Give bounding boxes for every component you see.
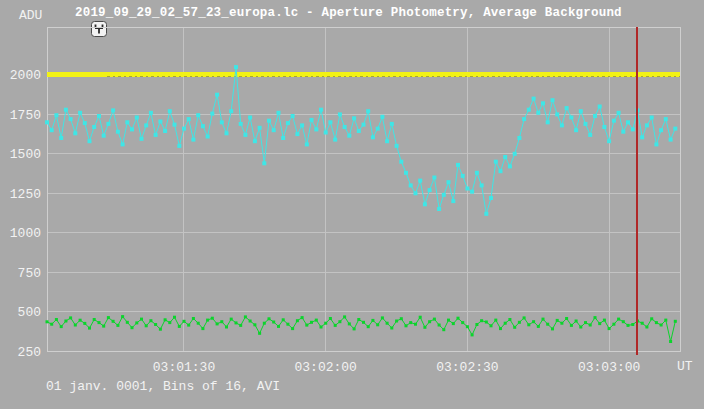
target-point [324, 131, 328, 135]
target-point [357, 129, 361, 133]
target-point [215, 93, 219, 97]
background-point [230, 318, 233, 321]
background-point [60, 325, 63, 328]
target-point [206, 135, 210, 139]
background-point [145, 324, 148, 327]
target-point [102, 134, 106, 138]
target-point [163, 129, 167, 133]
target-point [451, 199, 455, 203]
target-point [310, 118, 314, 122]
background-markers [46, 315, 677, 343]
target-point [177, 144, 181, 148]
background-point [485, 321, 488, 324]
background-point [112, 320, 115, 323]
background-point [438, 324, 441, 327]
target-point [54, 113, 58, 117]
target-point [50, 128, 54, 132]
target-point [612, 119, 616, 123]
target-point [220, 120, 224, 124]
background-point [542, 318, 545, 321]
background-point [400, 317, 403, 320]
background-point [532, 320, 535, 323]
target-point [659, 128, 663, 132]
background-point [102, 325, 105, 328]
background-point [192, 317, 195, 320]
target-point [291, 114, 295, 118]
background-point [409, 321, 412, 324]
target-point [196, 113, 200, 117]
background-point [371, 319, 374, 322]
background-point [64, 320, 67, 323]
target-point [371, 135, 375, 139]
target-point [314, 127, 318, 131]
background-point [235, 321, 238, 324]
target-point [286, 121, 290, 125]
target-point [432, 176, 436, 180]
target-point [305, 142, 309, 146]
background-point [258, 332, 261, 335]
target-point [489, 196, 493, 200]
background-point [164, 318, 167, 321]
background-point [504, 322, 507, 325]
background-point [121, 315, 124, 318]
y-tick-label: 250 [18, 345, 41, 360]
target-point [210, 112, 214, 116]
background-point [471, 333, 474, 336]
background-point [461, 321, 464, 324]
background-point [669, 340, 672, 343]
background-point [249, 320, 252, 323]
target-point [376, 127, 380, 131]
target-point [201, 124, 205, 128]
y-tick-label: 1500 [10, 147, 41, 162]
target-point [111, 108, 115, 112]
background-point [201, 327, 204, 330]
target-point [541, 101, 545, 105]
background-point [277, 325, 280, 328]
target-point [499, 169, 503, 173]
target-point [248, 116, 252, 120]
background-point [641, 322, 644, 325]
background-point [107, 316, 110, 319]
target-point [579, 109, 583, 113]
target-point [631, 127, 635, 131]
background-point [206, 319, 209, 322]
target-point [399, 160, 403, 164]
background-point [357, 318, 360, 321]
target-point [97, 114, 101, 118]
target-point [300, 123, 304, 127]
target-point [380, 115, 384, 119]
target-point [158, 120, 162, 124]
background-point [423, 326, 426, 329]
background-point [645, 326, 648, 329]
background-point [466, 325, 469, 328]
background-point [395, 320, 398, 323]
background-point [603, 319, 606, 322]
target-point [73, 131, 77, 135]
target-point [418, 179, 422, 183]
background-point [140, 318, 143, 321]
background-point [282, 318, 285, 321]
background-point [660, 324, 663, 327]
light-curve-chart[interactable]: 2505007501000125015001750200003:01:3003:… [0, 0, 704, 409]
background-point [419, 316, 422, 319]
target-point [121, 142, 125, 146]
background-point [575, 320, 578, 323]
footer-info: 01 janv. 0001, Bins of 16, AVI [46, 379, 280, 394]
target-point [461, 174, 465, 178]
target-point [607, 139, 611, 143]
background-point [589, 324, 592, 327]
background-point [513, 326, 516, 329]
target-point [64, 108, 68, 112]
x-tick-label: 03:03:00 [578, 360, 640, 375]
background-point [149, 319, 152, 322]
target-point [83, 121, 87, 125]
background-point [187, 324, 190, 327]
target-point [191, 138, 195, 142]
background-point [390, 327, 393, 330]
background-point [518, 321, 521, 324]
background-point [527, 323, 530, 326]
background-point [301, 316, 304, 319]
target-point [125, 120, 129, 124]
target-point [654, 142, 658, 146]
target-point [135, 116, 139, 120]
